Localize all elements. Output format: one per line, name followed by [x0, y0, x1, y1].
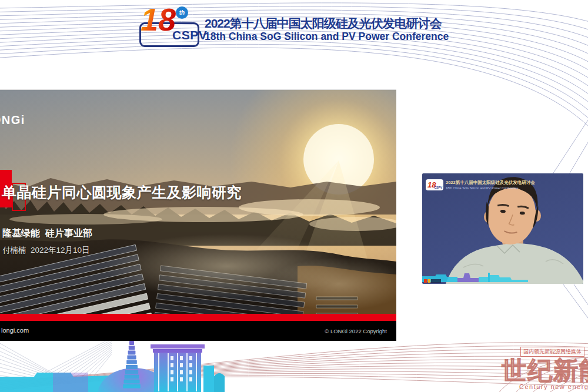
- pagoda: [123, 336, 141, 388]
- slide-subtitle: 隆基绿能 硅片事业部: [2, 227, 92, 240]
- slide-footer-bar: longi.com © LONGi 2022 Copyright: [0, 321, 396, 341]
- webcam-banner-title-en: 18th China SoG Silicon and PV Power Conf…: [446, 186, 535, 190]
- webcam-watermark: [424, 279, 442, 283]
- logo-18: 18: [141, 4, 176, 35]
- webcam-banner: 18 CSPV 2022第十八届中国太阳级硅及光伏发电研讨会 18th Chin…: [426, 177, 535, 192]
- longi-brand: LONGi: [0, 113, 25, 127]
- header-title-en: 18th China SoG Silicon and PV Power Conf…: [205, 31, 449, 43]
- page-background: { "header": { "logo": { "number": "18", …: [0, 0, 588, 392]
- slide-landscape-art: [0, 90, 396, 341]
- conference-header: 18 th CSPV 2022第十八届中国太阳级硅及光伏发电研讨会 18th C…: [0, 0, 588, 56]
- webcam-logo-cspv: CSPV: [434, 186, 442, 189]
- watermark-brand-en: Century new energy n: [519, 383, 588, 390]
- webcam-banner-logo: 18 CSPV: [426, 179, 443, 190]
- watermark-brand: 世纪新能: [502, 354, 588, 387]
- logo-cspv: CSPV: [172, 28, 207, 42]
- webcam-banner-title-zh: 2022第十八届中国太阳级硅及光伏发电研讨会: [446, 180, 535, 186]
- footer-copyright: © LONGi 2022 Copyright: [325, 328, 387, 334]
- header-title-zh: 2022第十八届中国太阳级硅及光伏发电研讨会: [205, 15, 442, 32]
- webcam-video[interactable]: 18 CSPV 2022第十八届中国太阳级硅及光伏发电研讨会 18th Chin…: [422, 173, 583, 284]
- cityscape-decor: [0, 336, 225, 392]
- slide-presenter: 付楠楠 2022年12月10日: [2, 245, 90, 256]
- logo-th-badge: th: [176, 6, 188, 19]
- slide-panel[interactable]: LONGi 单晶硅片同心圆现象产生及影响研究 隆基绿能 硅片事业部 付楠楠 20…: [0, 89, 396, 341]
- slide-red-bar: [0, 314, 396, 321]
- footer-url: longi.com: [1, 327, 29, 334]
- exhibition-building: [151, 344, 225, 392]
- slide-title: 单晶硅片同心圆现象产生及影响研究: [2, 183, 242, 202]
- cspv-logo: 18 th CSPV: [137, 8, 202, 48]
